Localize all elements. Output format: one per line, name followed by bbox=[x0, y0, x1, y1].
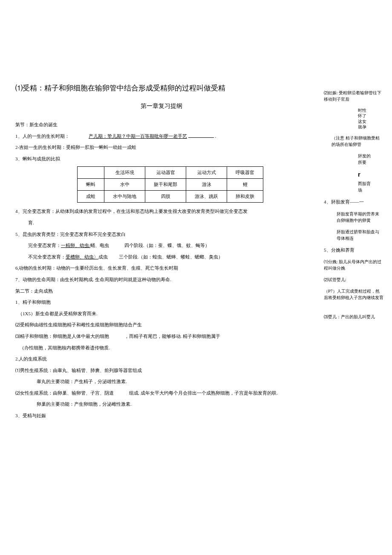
side-item-5a: ⑴分娩: 胎儿从母体内产出的过程叫做分娩 bbox=[324, 259, 383, 271]
item-1: 1、人的一生的生长时期： 产儿期：挚儿期？中期一百等期吡年啰一老手艺 . bbox=[15, 133, 318, 140]
section-1-title: 第节：新生命的诞生 bbox=[15, 121, 318, 129]
cell: 游泳、跳跃 bbox=[186, 191, 227, 203]
table-row: 蝌蚪 水中 躯干和尾部 游泳 鲤 bbox=[78, 179, 263, 191]
item-5-complete: 完全变态发育：一精卵、幼虫:蛹、电虫 四个阶段.（如：蚕、蝶、饿、蚊、蝇等） bbox=[28, 242, 318, 250]
s2-item-1a: （1X5）新生命都是从受精卵发育而来. bbox=[18, 310, 318, 318]
side-note-fert-location: （注意 精子和卵细胞受精的场所在输卵管 bbox=[331, 135, 383, 148]
item-1-tail: . bbox=[215, 134, 216, 139]
cell: 水中与陆地 bbox=[104, 191, 145, 203]
letter-r: r bbox=[358, 171, 383, 178]
side-item-4: 4、肧胎发育——一 bbox=[324, 198, 383, 206]
side-item-5: 5、分娩和养育 bbox=[324, 247, 383, 254]
chapter-title: 第一章复习提纲 bbox=[141, 102, 182, 110]
cell: 躯干和尾部 bbox=[145, 179, 186, 191]
s2-item-2a-sub: 睾丸的主要功能：产生精子，分泌雄性激素. bbox=[37, 378, 318, 386]
item-4-line1: 4、完全变态发育：从幼体到成体的发育过程中，在生活和形态结构上要发生很大改变的发… bbox=[15, 208, 318, 215]
text-underlined: 受槽卵、幼虫〉 bbox=[66, 254, 98, 259]
text-underlined: 一精卵、幼虫: bbox=[61, 243, 90, 248]
text: 完全变态发育： bbox=[28, 243, 61, 248]
side-item-5b: ⑵试管婴儿: bbox=[324, 276, 383, 283]
th-method: 运动方式 bbox=[186, 167, 227, 179]
side-item-4b: 肧胎通过脐带和胎盘与母体相连 bbox=[337, 229, 379, 241]
s2-item-2b-sub: 卵巢的主要功能：产生卵细胞，分泌雌性激素. bbox=[37, 401, 318, 408]
item-7: 7、动物的生命周期：由生长时期构成. 生命周期的时间就是这种动物的寿命. bbox=[15, 276, 318, 284]
side-pregnancy: ⑵妊娠: 受精卵沿着输卵管往下移动到子官后 bbox=[324, 90, 383, 102]
s2-item-1c-cont: （办性细胞，其细胞核内都携带着遗传物质. bbox=[20, 344, 318, 352]
text: 三个阶段.（如：蝗虫、蟋蟀、蝼蛙、蟋螂、臭虫） bbox=[119, 254, 223, 259]
cell: 鲤 bbox=[227, 179, 263, 191]
text: 蛹、电虫 bbox=[90, 243, 109, 248]
text: 组成. 成年女平大约每个月会排出一个成熟卵细胞，子宫是年胎发育的联. bbox=[129, 390, 278, 395]
side-embryo-dev1: 肧发的所要 bbox=[358, 153, 371, 166]
item-5-line1: 5、昆虫的发育类型：完全变态发育和不完全变态发白 bbox=[15, 231, 318, 238]
section-heading-fertilization: ⑴受精：精子和卵细胞在输卵管中结合形成受精卵的过程叫做受精 bbox=[15, 83, 225, 93]
s2-item-2b: ⑵女性生殖系统：由卵巢、输卵管、子宫、阴道 组成. 成年女平大约每个月会排出一个… bbox=[15, 389, 318, 397]
s2-item-1b: ⑵受精卵由雄性生殖细胞精子和雌性生殖细胞卵细胞结合产生 bbox=[15, 321, 318, 329]
table-row: 成蛙 水中与陆地 四肢 游泳、跳跃 肺和皮肤 bbox=[78, 191, 263, 203]
cell: 四肢 bbox=[145, 191, 186, 203]
table-header-row: 生活环境 运动器官 运动方式 呼吸器官 bbox=[78, 167, 263, 179]
item-5-incomplete: 不完全变态发育：受槽卵、幼虫〉成虫 三个阶段.（如：蝗虫、蟋蟀、蝼蛙、蟋螂、臭虫… bbox=[28, 253, 318, 261]
s2-item-2: 2.人的生殖系统 bbox=[15, 355, 318, 363]
item-2: 2-吉娃一生的生长时期：受精卵一肛胎一蝌蚪一幼娃一成蛙 bbox=[15, 144, 318, 151]
side-item-5d: ⑶婴儿：产出的胎儿叫婴儿 bbox=[324, 314, 383, 320]
text: 不完全变态发育： bbox=[28, 254, 66, 259]
item-1-value: 产儿期：挚儿期？中期一百等期吡年啰一老手艺 bbox=[89, 134, 187, 139]
s2-item-3: 3、受精与妊娠 bbox=[15, 412, 318, 420]
cell: 成蛙 bbox=[78, 191, 104, 203]
th-blank bbox=[78, 167, 104, 179]
main-column: 第节：新生命的诞生 1、人的一生的生长时期： 产儿期：挚儿期？中期一百等期吡年啰… bbox=[15, 117, 318, 424]
s2-item-2a: ⑴男性生殖系统：由睾丸、输精管、肺囊、前列腺等器官组成 bbox=[15, 367, 318, 375]
comparison-table: 生活环境 运动器官 运动方式 呼吸器官 蝌蚪 水中 躯干和尾部 游泳 鲤 成蛙 … bbox=[77, 166, 263, 203]
cell: 肺和皮肤 bbox=[227, 191, 263, 203]
cell: 蝌蚪 bbox=[78, 179, 104, 191]
text: ，而精子有尾巴，能够移动. 精子和卵细胞属于 bbox=[124, 334, 221, 339]
page: ⑴受精：精子和卵细胞在输卵管中结合形成受精卵的过程叫做受精 第一章复习提纲 第节… bbox=[0, 0, 392, 555]
item-3: 3、蝌蚪与成批的比拟 bbox=[15, 155, 318, 163]
item-1-label: 1、人的一生的生长时期： bbox=[15, 134, 69, 139]
side-item-4a: 肧胎发育早期的营养来自卵细胞中的卵黄 bbox=[337, 211, 379, 224]
s2-item-1: 1、精子和卵细胞 bbox=[15, 299, 318, 306]
text: 四个阶段.（如：蚕、蝶、饿、蚊、蝇等） bbox=[124, 243, 210, 248]
cell: 游泳 bbox=[186, 179, 227, 191]
side-column: ⑵妊娠: 受精卵沿着输卵管往下移动到子官后 时性 怀了 这女 就孕 （注意 精子… bbox=[324, 90, 383, 325]
text: ⑶精子和卵细胞：卵细胞是人体中最大的细胞 bbox=[15, 334, 109, 339]
item-4-line2: 育. bbox=[28, 219, 318, 227]
side-embryo-dev2: 而胎育场 bbox=[358, 180, 371, 193]
item-6: 6,动物的生长时期：动物的一生要经历出生、生长发育、生殖、死亡等生长时期 bbox=[15, 264, 318, 272]
side-preg-sub: 时性 怀了 这女 就孕 bbox=[358, 108, 383, 130]
cell: 水中 bbox=[104, 179, 145, 191]
side-item-5c: （P7）人工完成受精过程，然后将受精卵植入子宫内继续发育 bbox=[324, 288, 383, 301]
section-2-title: 第二节：走向成熟 bbox=[15, 288, 318, 295]
th-organ: 运动器官 bbox=[145, 167, 186, 179]
th-env: 生活环境 bbox=[104, 167, 145, 179]
th-breath: 呼吸器官 bbox=[227, 167, 263, 179]
s2-item-1c: ⑶精子和卵细胞：卵细胞是人体中最大的细胞 ，而精子有尾巴，能够移动. 精子和卵细… bbox=[15, 333, 318, 340]
text: ⑵女性生殖系统：由卵巢、输卵管、子宫、阴道 bbox=[15, 390, 114, 395]
text: 成虫 bbox=[98, 254, 108, 259]
